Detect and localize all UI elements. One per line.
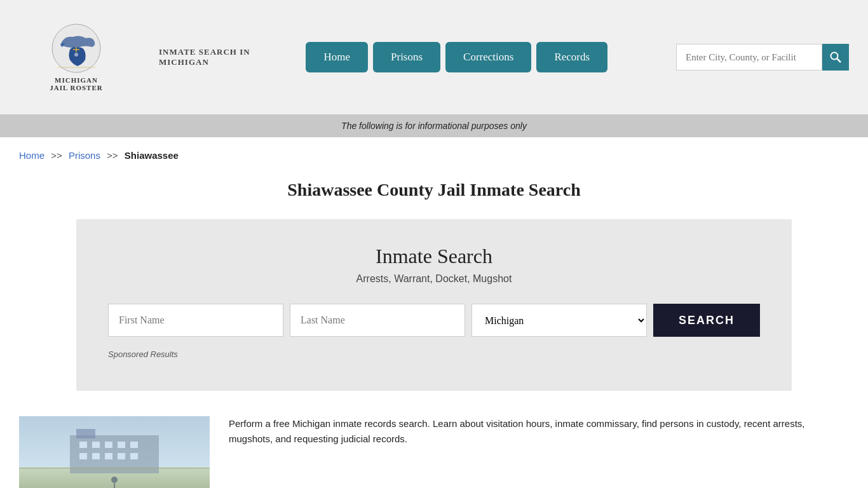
svg-rect-12 xyxy=(105,442,112,448)
svg-rect-9 xyxy=(76,429,95,438)
svg-rect-10 xyxy=(79,442,87,448)
info-bar: The following is for informational purpo… xyxy=(0,114,868,137)
svg-point-1 xyxy=(74,53,78,57)
last-name-input[interactable] xyxy=(290,304,465,337)
nav-records-button[interactable]: Records xyxy=(536,42,607,72)
search-card-title: Inmate Search xyxy=(108,245,760,268)
logo-text: MICHIGAN JAIL ROSTER xyxy=(50,76,102,92)
breadcrumb-home-link[interactable]: Home xyxy=(19,150,44,161)
svg-rect-14 xyxy=(130,442,138,448)
svg-line-5 xyxy=(837,59,841,63)
svg-rect-13 xyxy=(118,442,125,448)
bottom-image xyxy=(19,416,210,488)
nav-prisons-button[interactable]: Prisons xyxy=(373,42,440,72)
bottom-section: Perform a free Michigan inmate records s… xyxy=(0,410,868,488)
info-bar-message: The following is for informational purpo… xyxy=(341,121,527,131)
svg-rect-15 xyxy=(79,453,87,459)
breadcrumb-sep1: >> xyxy=(51,150,62,161)
bottom-description: Perform a free Michigan inmate records s… xyxy=(229,416,849,447)
svg-point-4 xyxy=(831,53,838,60)
breadcrumb-prisons-link[interactable]: Prisons xyxy=(69,150,100,161)
search-submit-button[interactable]: SEARCH xyxy=(653,304,760,337)
header-search-area xyxy=(676,44,849,71)
header-search-button[interactable] xyxy=(822,44,849,71)
search-icon xyxy=(829,51,842,64)
breadcrumb-current: Shiawassee xyxy=(125,150,179,161)
bottom-image-svg xyxy=(19,416,210,488)
search-form: AlabamaAlaskaArizonaArkansasCaliforniaCo… xyxy=(108,304,760,337)
first-name-input[interactable] xyxy=(108,304,283,337)
page-title: Shiawassee County Jail Inmate Search xyxy=(0,180,868,200)
state-select[interactable]: AlabamaAlaskaArizonaArkansasCaliforniaCo… xyxy=(471,304,647,337)
svg-rect-19 xyxy=(130,453,138,459)
nav-home-button[interactable]: Home xyxy=(306,42,368,72)
breadcrumb: Home >> Prisons >> Shiawassee xyxy=(0,137,868,173)
search-card-subtitle: Arrests, Warrant, Docket, Mugshot xyxy=(108,273,760,285)
svg-rect-18 xyxy=(118,453,125,459)
nav-corrections-button[interactable]: Corrections xyxy=(445,42,531,72)
search-card: Inmate Search Arrests, Warrant, Docket, … xyxy=(76,219,792,391)
breadcrumb-sep2: >> xyxy=(107,150,118,161)
header-search-input[interactable] xyxy=(676,44,822,71)
page-title-section: Shiawassee County Jail Inmate Search xyxy=(0,173,868,219)
sponsored-results-label: Sponsored Results xyxy=(108,349,760,359)
svg-point-21 xyxy=(111,477,118,483)
svg-rect-17 xyxy=(105,453,112,459)
header: MICHIGAN JAIL ROSTER INMATE SEARCH IN MI… xyxy=(0,0,868,114)
svg-rect-16 xyxy=(92,453,100,459)
logo-area: MICHIGAN JAIL ROSTER xyxy=(19,23,133,92)
svg-rect-11 xyxy=(92,442,100,448)
site-title: INMATE SEARCH IN MICHIGAN xyxy=(159,47,250,67)
michigan-logo-icon xyxy=(51,23,102,74)
nav-area: Home Prisons Corrections Records xyxy=(269,42,644,72)
